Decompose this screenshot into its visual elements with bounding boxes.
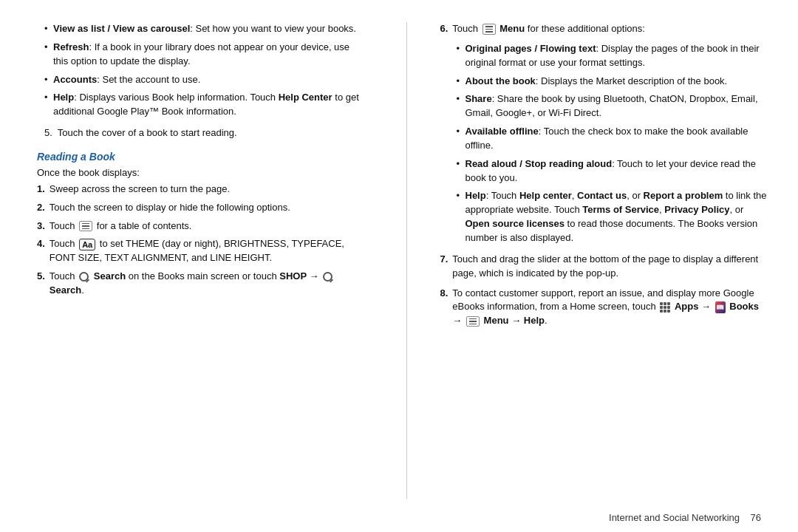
reading-steps-list: 1. Sweep across the screen to turn the p…	[37, 183, 366, 298]
step-8-period: .	[545, 315, 548, 326]
step-7-text: Touch and drag the slider at the bottom …	[452, 253, 768, 281]
step-2-text: Touch the screen to display or hide the …	[50, 201, 290, 215]
bullet-text-1: : Set how you want to view your books.	[190, 23, 356, 34]
once-text: Once the book displays:	[37, 167, 366, 178]
column-divider	[406, 22, 407, 499]
reading-step-4: 4. Touch Aa to set THEME (day or night),…	[37, 237, 366, 265]
b-sh-bold: Share	[466, 93, 492, 104]
b-ab-text: : Displays the Market description of the…	[536, 75, 727, 86]
step-5-content: Touch Search on the Books main screen or…	[50, 270, 366, 298]
b-hr-osl: Open source licenses	[466, 218, 565, 229]
footer-page: 76	[751, 512, 761, 523]
intro-bullet-list: View as list / View as carousel: Set how…	[37, 22, 366, 119]
step-8-help: Help	[524, 315, 545, 326]
bullet-refresh: Refresh: If a book in your library does …	[44, 41, 366, 69]
b-hr-comma1: ,	[572, 190, 577, 201]
step-1-text: Sweep across the screen to turn the page…	[50, 183, 230, 197]
menu-icon-3	[79, 221, 92, 232]
menu-icon-8	[466, 316, 480, 327]
step-8-right: 8. To contact customer support, report a…	[440, 287, 769, 329]
b-hr-hc: Help center	[519, 190, 572, 201]
step-4-content: Touch Aa to set THEME (day or night), BR…	[50, 237, 366, 265]
step-5-text: Touch the cover of a book to start readi…	[58, 127, 237, 138]
bullet-text-3: : Set the account to use.	[97, 74, 200, 85]
reading-step-2: 2. Touch the screen to display or hide t…	[37, 201, 366, 215]
bullet-text-4: : Displays various Book help information…	[74, 92, 279, 103]
bullet-share: Share: Share the book by using Bluetooth…	[457, 92, 769, 120]
bullet-original-pages: Original pages / Flowing text: Display t…	[457, 42, 769, 70]
step-3-num: 3.	[37, 219, 45, 233]
step-8-num: 8.	[440, 287, 449, 301]
step-6-content: Touch Menu for these additional options:	[452, 22, 645, 36]
bullet-about-book: About the book: Displays the Market desc…	[457, 75, 769, 89]
bullet-text-2: : If a book in your library does not app…	[53, 41, 349, 66]
menu-icon-6	[482, 24, 496, 35]
step-3-content: Touch for a table of contents.	[50, 219, 192, 233]
footer: Internet and Social Networking 76	[0, 506, 798, 532]
bullet-bold-4b: Help Center	[279, 92, 332, 103]
apps-grid-icon	[660, 302, 670, 313]
step-1-num: 1.	[37, 183, 45, 197]
bullet-bold-2: Refresh	[53, 41, 89, 52]
b-op-bold: Original pages / Flowing text	[466, 43, 596, 54]
right-column: 6. Touch Menu for these additional optio…	[433, 22, 769, 499]
bullet-read-aloud: Read aloud / Stop reading aloud: Touch t…	[457, 157, 769, 185]
b-hr-cu: Contact us	[577, 190, 627, 201]
b-hr-rp: Report a problem	[644, 190, 723, 201]
b-ra-bold: Read aloud / Stop reading aloud	[466, 158, 613, 169]
apps-arrow: Apps →	[675, 301, 711, 312]
bullet-bold-1: View as list / View as carousel	[53, 23, 190, 34]
step-2-num: 2.	[37, 201, 45, 215]
step-7-right: 7. Touch and drag the slider at the bott…	[440, 253, 769, 281]
bullet-view-as-list: View as list / View as carousel: Set how…	[44, 22, 366, 36]
section-title-reading: Reading a Book	[37, 151, 366, 163]
step-6-num: 6.	[440, 22, 449, 36]
bullet-accounts: Accounts: Set the account to use.	[44, 73, 366, 87]
b-sh-text: : Share the book by using Bluetooth, Cha…	[466, 93, 758, 118]
reading-step-3: 3. Touch for a table of contents.	[37, 219, 366, 233]
step-4-num: 4.	[37, 237, 45, 251]
search-icon-left	[79, 272, 89, 282]
b-hr-tos: Terms of Service	[582, 204, 659, 215]
reading-step-5: 5. Touch Search on the Books main screen…	[37, 270, 366, 298]
step-5-num: 5.	[37, 270, 45, 284]
step-5-left: 5. Touch the cover of a book to start re…	[44, 126, 366, 140]
b-hr-comma3: , or	[729, 204, 743, 215]
reading-step-1: 1. Sweep across the screen to turn the p…	[37, 183, 366, 197]
bullet-available-offline: Available offline: Touch the check box t…	[457, 125, 769, 153]
step-7-num: 7.	[440, 253, 449, 267]
step-5-number: 5.	[44, 127, 52, 138]
step-6-right: 6. Touch Menu for these additional optio…	[440, 22, 769, 36]
b-hr-pp: Privacy Policy	[664, 204, 729, 215]
step-8-content: To contact customer support, report an i…	[452, 287, 768, 329]
books-icon: 📖	[715, 301, 726, 313]
bullet-bold-4: Help	[53, 92, 74, 103]
footer-text: Internet and Social Networking	[609, 512, 740, 523]
left-column: View as list / View as carousel: Set how…	[37, 22, 381, 499]
search-icon-shop	[323, 272, 333, 282]
b-hr-text: : Touch	[486, 190, 519, 201]
bullet-bold-3: Accounts	[53, 74, 97, 85]
aa-icon: Aa	[79, 239, 95, 250]
bullet-help: Help: Displays various Book help informa…	[44, 91, 366, 119]
bullet-help-right: Help: Touch Help center, Contact us, or …	[457, 189, 769, 245]
menu-label-8: Menu	[484, 315, 509, 326]
step-8-arrow-help: →	[511, 315, 524, 326]
b-ao-bold: Available offline	[466, 126, 539, 137]
b-hr-or1: , or	[627, 190, 643, 201]
b-ab-bold: About the book	[466, 75, 536, 86]
b-hr-bold: Help	[466, 190, 486, 201]
step-6-bullets: Original pages / Flowing text: Display t…	[440, 42, 769, 245]
